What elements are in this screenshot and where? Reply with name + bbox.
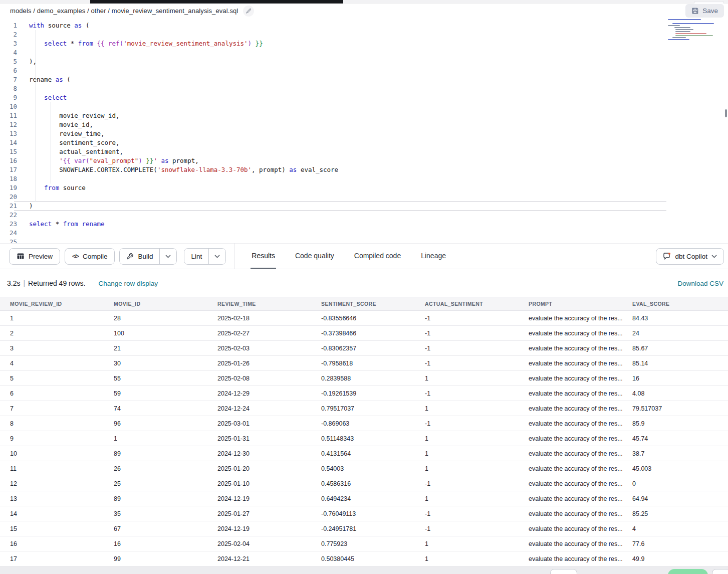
- save-button[interactable]: Save: [685, 4, 724, 18]
- cell-prompt[interactable]: evaluate the accuracy of the res...>: [519, 540, 622, 547]
- code-text: [22, 211, 29, 220]
- cell-prompt[interactable]: evaluate the accuracy of the res...>: [519, 345, 622, 352]
- tab-lineage[interactable]: Lineage: [420, 243, 447, 269]
- cell-movie-id: 28: [104, 315, 207, 322]
- code-line[interactable]: 23select * from rename: [0, 220, 728, 229]
- cell-movie-review-id: 14: [0, 510, 104, 517]
- build-button[interactable]: Build: [120, 249, 159, 264]
- cell-actual-sentiment: -1: [415, 480, 519, 487]
- cell-prompt[interactable]: evaluate the accuracy of the res...>: [519, 555, 622, 562]
- line-number: 19: [0, 183, 22, 193]
- compile-button[interactable]: </> Compile: [65, 248, 115, 265]
- code-line[interactable]: 15 actual_sentiment,: [0, 147, 728, 156]
- download-csv-link[interactable]: Download CSV: [677, 280, 723, 287]
- partial-button[interactable]: [712, 569, 728, 574]
- cell-prompt[interactable]: evaluate the accuracy of the res...>: [519, 480, 622, 487]
- code-text: with source as (: [22, 21, 89, 30]
- prompt-preview-text: evaluate the accuracy of the res...: [529, 555, 622, 562]
- cell-prompt[interactable]: evaluate the accuracy of the res...>: [519, 495, 622, 502]
- toolbar-divider: [234, 243, 234, 269]
- code-line[interactable]: 12 movie_id,: [0, 120, 728, 129]
- dbt-copilot-button[interactable]: dbt Copilot: [656, 248, 724, 265]
- line-number: 8: [0, 84, 22, 93]
- cell-prompt[interactable]: evaluate the accuracy of the res...>: [519, 435, 622, 442]
- cell-prompt[interactable]: evaluate the accuracy of the res...>: [519, 420, 622, 427]
- partial-button[interactable]: [550, 569, 577, 574]
- cell-prompt[interactable]: evaluate the accuracy of the res...>: [519, 510, 622, 517]
- code-line[interactable]: 20: [0, 193, 728, 202]
- cell-movie-review-id: 15: [0, 525, 104, 532]
- code-line[interactable]: 5),: [0, 57, 728, 66]
- file-edit-icon[interactable]: [243, 6, 254, 17]
- code-line[interactable]: 3 select * from {{ ref('movie_review_sen…: [0, 39, 728, 48]
- code-line[interactable]: 13 review_time,: [0, 129, 728, 138]
- cell-prompt[interactable]: evaluate the accuracy of the res...>: [519, 360, 622, 367]
- cell-review-time: 2025-01-10: [207, 480, 311, 487]
- cell-movie-id: 74: [104, 405, 207, 412]
- code-line[interactable]: 25: [0, 238, 728, 243]
- preview-button[interactable]: Preview: [9, 248, 60, 265]
- cell-movie-id: 59: [104, 390, 207, 397]
- build-dropdown-chevron[interactable]: [159, 249, 176, 264]
- results-table: MOVIE_REVIEW_IDMOVIE_IDREVIEW_TIMESENTIM…: [0, 297, 728, 566]
- code-line[interactable]: 10: [0, 102, 728, 111]
- editor-scrollbar[interactable]: [724, 18, 727, 243]
- cell-eval-score: 4.08: [622, 390, 726, 397]
- code-line[interactable]: 17 SNOWFLAKE.CORTEX.COMPLETE('snowflake-…: [0, 165, 728, 174]
- cell-eval-score: 38.7: [622, 450, 726, 457]
- code-text: rename as (: [22, 75, 71, 84]
- tab-results[interactable]: Results: [251, 243, 276, 269]
- cell-sentiment-score: 0.2839588: [311, 375, 415, 382]
- prompt-preview-text: evaluate the accuracy of the res...: [529, 390, 622, 397]
- breadcrumb[interactable]: models / demo_examples / other / movie_r…: [10, 7, 238, 15]
- minimap[interactable]: [668, 19, 721, 48]
- code-line[interactable]: 2: [0, 30, 728, 39]
- tab-code-quality[interactable]: Code quality: [294, 243, 335, 269]
- code-line[interactable]: 1with source as (: [0, 21, 728, 30]
- cell-actual-sentiment: 1: [415, 465, 519, 472]
- cell-prompt[interactable]: evaluate the accuracy of the res...>: [519, 390, 622, 397]
- cell-prompt[interactable]: evaluate the accuracy of the res...>: [519, 465, 622, 472]
- cell-prompt[interactable]: evaluate the accuracy of the res...>: [519, 450, 622, 457]
- column-header-movie_review_id: MOVIE_REVIEW_ID: [0, 301, 104, 307]
- lint-dropdown-chevron[interactable]: [208, 249, 225, 264]
- cell-eval-score: 45.003: [622, 465, 726, 472]
- lint-button[interactable]: Lint: [184, 249, 208, 264]
- code-line[interactable]: 16 '{{ var("eval_prompt") }}' as prompt,: [0, 156, 728, 165]
- cell-movie-id: 25: [104, 480, 207, 487]
- cell-sentiment-score: -0.76049113: [311, 510, 415, 517]
- cell-prompt[interactable]: evaluate the accuracy of the res...>: [519, 315, 622, 322]
- code-line[interactable]: 18: [0, 174, 728, 183]
- cell-prompt[interactable]: evaluate the accuracy of the res...>: [519, 375, 622, 382]
- cell-prompt[interactable]: evaluate the accuracy of the res...>: [519, 330, 622, 337]
- line-number: 17: [0, 165, 22, 174]
- cell-actual-sentiment: 1: [415, 435, 519, 442]
- code-editor[interactable]: 1with source as (23 select * from {{ ref…: [0, 18, 728, 243]
- code-line[interactable]: 7rename as (: [0, 75, 728, 84]
- cell-prompt[interactable]: evaluate the accuracy of the res...>: [519, 525, 622, 532]
- cell-movie-id: 67: [104, 525, 207, 532]
- column-header-review_time: REVIEW_TIME: [207, 301, 311, 307]
- indent-guide: [36, 30, 36, 202]
- code-line[interactable]: 24: [0, 229, 728, 238]
- cell-movie-review-id: 13: [0, 495, 104, 502]
- code-line[interactable]: 4: [0, 48, 728, 57]
- partial-green-pill-button[interactable]: [668, 569, 708, 574]
- code-line[interactable]: 19 from source: [0, 183, 728, 193]
- code-line[interactable]: 9 select: [0, 93, 728, 102]
- code-text: select * from {{ ref('movie_review_senti…: [22, 39, 263, 48]
- tab-compiled-code[interactable]: Compiled code: [353, 243, 402, 269]
- cell-prompt[interactable]: evaluate the accuracy of the res...>: [519, 405, 622, 412]
- change-row-display-link[interactable]: Change row display: [99, 280, 158, 287]
- code-line[interactable]: 21): [0, 202, 728, 211]
- prompt-preview-text: evaluate the accuracy of the res...: [529, 345, 622, 352]
- code-line[interactable]: 14 sentiment_score,: [0, 138, 728, 147]
- code-line[interactable]: 6: [0, 66, 728, 75]
- code-line[interactable]: 22: [0, 211, 728, 220]
- code-line[interactable]: 11 movie_review_id,: [0, 111, 728, 120]
- scrollbar-thumb[interactable]: [725, 109, 727, 117]
- code-line[interactable]: 8: [0, 84, 728, 93]
- table-header-row: MOVIE_REVIEW_IDMOVIE_IDREVIEW_TIMESENTIM…: [0, 297, 728, 311]
- code-text: [22, 193, 29, 202]
- cell-movie-id: 99: [104, 555, 207, 562]
